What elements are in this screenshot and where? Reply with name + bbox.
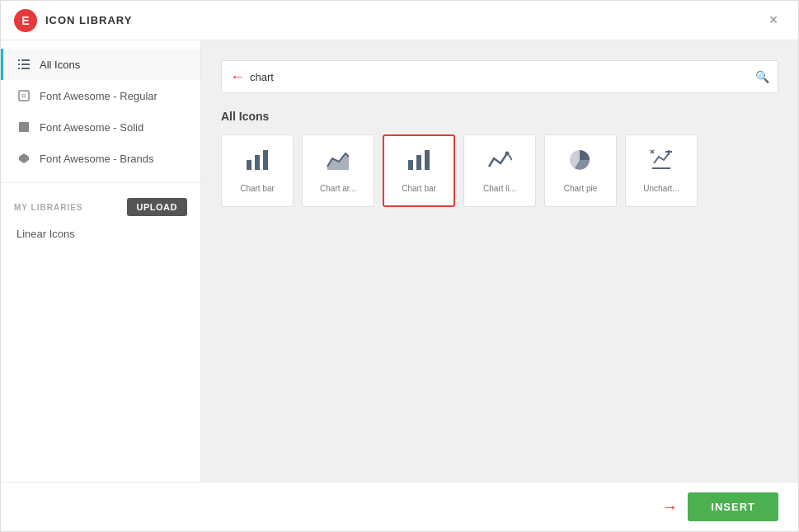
icon-card-label-chart-bar2: Chart bar <box>398 184 439 194</box>
svg-rect-14 <box>408 160 413 170</box>
icon-card-label-chart-line: Chart li... <box>480 184 519 194</box>
icon-card-chart-area[interactable]: Chart ar... <box>302 134 374 207</box>
chart-pie-symbol <box>568 148 593 177</box>
svg-rect-5 <box>18 68 20 69</box>
sidebar-label-fa-brands: Font Awesome - Brands <box>40 153 154 165</box>
titlebar-left: E ICON LIBRARY <box>14 9 132 32</box>
svg-rect-8 <box>19 122 29 132</box>
svg-point-17 <box>505 151 510 155</box>
icon-card-chart-pie[interactable]: Chart pie <box>544 134 617 207</box>
footer-arrow-indicator: → <box>661 497 678 516</box>
svg-rect-2 <box>21 64 30 65</box>
sidebar-item-fa-regular[interactable]: R Font Awesome - Regular <box>1 80 200 111</box>
sidebar-item-linear-icons[interactable]: Linear Icons <box>1 221 200 247</box>
section-title: All Icons <box>221 110 778 123</box>
icon-card-label-unchart: Unchart... <box>640 184 682 194</box>
dialog-content: All Icons R Font Awesome - Regular <box>1 40 798 482</box>
icon-card-unchart[interactable]: Unchart... <box>625 134 698 207</box>
search-bar: ← 🔍 <box>221 60 778 93</box>
icon-library-dialog: E ICON LIBRARY × All Icons <box>0 0 799 532</box>
insert-button[interactable]: INSERT <box>688 492 778 521</box>
icons-grid: Chart bar Chart ar... <box>221 134 778 207</box>
svg-rect-1 <box>18 59 20 61</box>
sidebar-item-fa-brands[interactable]: Font Awesome - Brands <box>1 143 200 174</box>
svg-rect-0 <box>21 59 30 61</box>
svg-rect-15 <box>416 155 421 170</box>
my-libraries-section: MY LIBRARIES UPLOAD <box>1 191 200 221</box>
list-icon <box>16 57 31 72</box>
icon-card-chart-bar[interactable]: Chart bar <box>221 134 294 207</box>
svg-rect-16 <box>425 150 430 170</box>
main-area: ← 🔍 All Icons Chart bar <box>201 40 798 482</box>
icon-card-label-chart-area: Chart ar... <box>317 184 360 194</box>
my-libraries-label: MY LIBRARIES <box>14 203 83 212</box>
fa-solid-icon <box>16 120 31 134</box>
close-button[interactable]: × <box>762 9 785 32</box>
search-input[interactable] <box>250 71 755 83</box>
chart-area-symbol <box>326 148 350 177</box>
unchart-symbol <box>649 148 674 177</box>
svg-rect-10 <box>247 160 251 170</box>
titlebar: E ICON LIBRARY × <box>1 1 798 40</box>
svg-rect-4 <box>21 68 30 69</box>
footer: → INSERT <box>1 482 798 531</box>
fa-regular-icon: R <box>16 88 31 103</box>
fa-brands-icon <box>16 151 31 166</box>
linear-icons-label: Linear Icons <box>16 228 75 240</box>
sidebar-label-fa-solid: Font Awesome - Solid <box>40 121 143 134</box>
sidebar: All Icons R Font Awesome - Regular <box>1 40 201 482</box>
chart-line-symbol <box>487 148 512 177</box>
sidebar-divider <box>1 182 200 183</box>
svg-marker-9 <box>19 153 29 163</box>
upload-button[interactable]: UPLOAD <box>127 198 187 216</box>
svg-rect-3 <box>18 64 20 65</box>
sidebar-item-fa-solid[interactable]: Font Awesome - Solid <box>1 111 200 143</box>
app-logo: E <box>14 9 37 32</box>
icon-card-chart-bar2[interactable]: Chart bar <box>383 134 455 207</box>
chart-bar2-symbol <box>407 148 431 177</box>
sidebar-item-all-icons[interactable]: All Icons <box>1 49 200 80</box>
chart-bar-symbol <box>245 148 270 177</box>
icon-card-label-chart-pie: Chart pie <box>561 184 601 194</box>
svg-marker-13 <box>327 153 349 170</box>
svg-text:R: R <box>21 92 26 100</box>
icon-card-label-chart-bar: Chart bar <box>237 184 278 194</box>
dialog-title: ICON LIBRARY <box>45 14 132 26</box>
search-arrow-indicator: ← <box>230 68 245 86</box>
search-icon: 🔍 <box>755 70 769 83</box>
svg-rect-12 <box>263 150 268 170</box>
sidebar-label-fa-regular: Font Awesome - Regular <box>40 90 157 102</box>
sidebar-label-all-icons: All Icons <box>40 59 80 71</box>
svg-rect-11 <box>255 155 260 170</box>
icon-card-chart-line[interactable]: Chart li... <box>463 134 536 207</box>
